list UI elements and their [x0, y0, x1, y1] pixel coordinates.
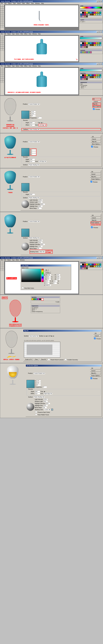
- swatch[interactable]: [80, 74, 82, 76]
- hue-slider[interactable]: [42, 269, 44, 282]
- swatch[interactable]: [86, 44, 88, 46]
- swatch[interactable]: [86, 268, 88, 269]
- delete-symbol-icon[interactable]: 🗑: [58, 301, 59, 302]
- toolbox[interactable]: [0, 35, 4, 62]
- canvas[interactable]: 将路径选中后，执行滤镜3D效果中的旋转（英文版跟中文版相同）: [5, 68, 78, 95]
- swatch[interactable]: [80, 78, 82, 80]
- swatch[interactable]: [84, 16, 86, 18]
- swatch[interactable]: [92, 266, 94, 267]
- light-sphere[interactable]: [21, 243, 29, 250]
- swatch[interactable]: [98, 266, 100, 267]
- swatch[interactable]: [82, 16, 84, 18]
- scale-to-fit-button[interactable]: Scale to Fit: [24, 358, 33, 360]
- appearance-panel[interactable]: Appearance Path▾ 3D Revolve Stroke: ▢ Fi…: [80, 81, 102, 90]
- swatch[interactable]: [84, 74, 86, 76]
- swatch[interactable]: [90, 74, 92, 76]
- preview-checkbox[interactable]: Preview: [92, 108, 101, 110]
- map-art-button[interactable]: Map Art...: [92, 103, 101, 105]
- surface-next-icon[interactable]: ▶: [51, 335, 52, 337]
- swatch[interactable]: [80, 16, 82, 18]
- break-link-icon[interactable]: ⚯: [55, 301, 56, 302]
- swatch[interactable]: [80, 266, 82, 267]
- swatch[interactable]: [100, 74, 101, 76]
- swatch[interactable]: [94, 76, 96, 78]
- swatch[interactable]: [96, 74, 98, 76]
- swatch[interactable]: [100, 42, 101, 44]
- swatch[interactable]: [94, 12, 96, 14]
- swatch[interactable]: [88, 12, 90, 14]
- surface-prev-icon[interactable]: ⏮: [44, 335, 46, 337]
- preserve-spot-checkbox[interactable]: Preserve Spot Colors: [35, 412, 50, 413]
- swatch[interactable]: [98, 264, 100, 265]
- swatch[interactable]: [96, 76, 98, 78]
- menu-file[interactable]: File: [1, 3, 3, 4]
- swatch[interactable]: [86, 12, 88, 14]
- surface-last-icon[interactable]: ⏭: [53, 335, 54, 337]
- menu-type[interactable]: Type: [13, 3, 16, 4]
- menu-effect[interactable]: Effect: [26, 3, 30, 4]
- clear-all-button[interactable]: Clear All: [40, 358, 47, 360]
- only-web-checkbox[interactable]: Only Web Colors: [21, 288, 34, 289]
- color-panel[interactable]: Color: [80, 5, 102, 9]
- swatches-panel[interactable]: Swatches: [80, 10, 102, 18]
- fewer-options-button[interactable]: Fewer Options: [90, 222, 101, 224]
- swatch[interactable]: [96, 266, 98, 267]
- swatch[interactable]: [86, 46, 88, 48]
- swatch[interactable]: [84, 46, 86, 48]
- swatch[interactable]: [98, 12, 100, 14]
- swatch[interactable]: [84, 44, 86, 46]
- swatch[interactable]: [88, 76, 90, 78]
- swatch[interactable]: [82, 14, 84, 16]
- swatch[interactable]: [82, 44, 84, 46]
- swatch[interactable]: [90, 14, 92, 16]
- swatch[interactable]: [80, 264, 82, 265]
- rotation-cube-preview[interactable]: [21, 111, 29, 119]
- symbol-select[interactable]: New Symbol: [29, 335, 38, 337]
- swatch[interactable]: [82, 78, 84, 80]
- swatch[interactable]: [82, 76, 84, 78]
- ok-button[interactable]: OK: [94, 332, 101, 334]
- swatch[interactable]: [84, 78, 86, 80]
- light-sphere-preview[interactable]: [21, 200, 29, 208]
- swatch[interactable]: [80, 76, 82, 78]
- swatch[interactable]: [80, 12, 82, 14]
- swatch[interactable]: [96, 12, 98, 14]
- swatch[interactable]: [100, 44, 101, 46]
- swatch[interactable]: [80, 14, 82, 16]
- from-edge-select[interactable]: Left Edge: [38, 124, 47, 126]
- swatch[interactable]: [100, 76, 101, 78]
- rot-y-input[interactable]: [32, 113, 36, 115]
- new-symbol-icon[interactable]: ▤: [57, 301, 58, 302]
- swatch[interactable]: [98, 14, 100, 16]
- symbols-panel[interactable]: Symbols ⚯ ▤ 🗑: [31, 296, 60, 303]
- swatch[interactable]: [80, 46, 82, 48]
- swatch[interactable]: [94, 74, 96, 76]
- swatch[interactable]: [100, 14, 101, 16]
- swatch[interactable]: [88, 44, 90, 46]
- menu-bar[interactable]: FileEditObjectTypeSelectFilterEffectView…: [0, 33, 103, 35]
- swatch[interactable]: [86, 266, 88, 267]
- swatch[interactable]: [84, 268, 86, 269]
- layers-panel[interactable]: Layers ▸ Layer 1: [80, 18, 102, 23]
- cancel-button[interactable]: Cancel: [44, 272, 51, 274]
- swatch[interactable]: [88, 266, 90, 267]
- toolbox[interactable]: [0, 4, 4, 30]
- swatch[interactable]: [92, 14, 94, 16]
- swatch[interactable]: [86, 42, 88, 44]
- swatch[interactable]: [100, 266, 101, 267]
- map-surface-grid[interactable]: [24, 342, 60, 358]
- menu-select[interactable]: Select: [17, 3, 21, 4]
- swatch[interactable]: [90, 44, 92, 46]
- menu-object[interactable]: Object: [8, 3, 12, 4]
- swatch[interactable]: [84, 14, 86, 16]
- rot-x-input[interactable]: [32, 111, 36, 112]
- offset-input[interactable]: [30, 124, 35, 126]
- min-button[interactable]: _: [96, 0, 98, 2]
- shade-artwork-checkbox[interactable]: Shade Artwork (slower): [48, 358, 64, 361]
- swatch[interactable]: [88, 74, 90, 76]
- swatch[interactable]: [92, 76, 94, 78]
- menu-edit[interactable]: Edit: [4, 3, 6, 4]
- swatch[interactable]: [98, 44, 100, 46]
- swatch[interactable]: [94, 14, 96, 16]
- menu-filter[interactable]: Filter: [22, 3, 25, 4]
